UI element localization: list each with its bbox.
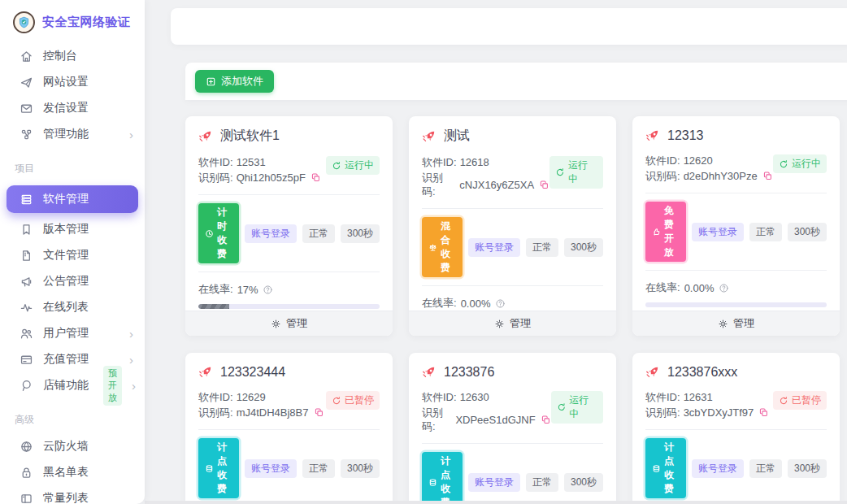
sidebar-item-label: 管理功能	[43, 127, 89, 141]
software-id-line: 软件ID:12531	[198, 155, 321, 169]
sidebar-item-label: 店铺功能	[43, 378, 89, 393]
sidebar-item-label: 版本管理	[43, 222, 89, 237]
online-rate-line: 在线率:17%	[198, 282, 380, 297]
sidebar-item-shop-functions[interactable]: 店铺功能预开放›	[0, 372, 145, 398]
gear-icon	[271, 319, 281, 329]
tag: 300秒	[564, 473, 603, 492]
free-billing-icon	[652, 228, 661, 237]
chevron-right-icon: ›	[129, 354, 133, 366]
copy-icon[interactable]	[311, 172, 321, 183]
status-label: 运行中	[569, 393, 597, 421]
tag: 账号登录	[245, 459, 297, 478]
users-icon	[20, 327, 33, 341]
tag: 正常	[526, 238, 558, 257]
sidebar-item-blacklist[interactable]: 黑名单表	[0, 459, 145, 485]
billing-badge: 计时收费	[198, 203, 239, 263]
globe-icon	[20, 440, 33, 454]
horizontal-scrollbar[interactable]	[145, 501, 847, 504]
manage-label: 管理	[510, 316, 531, 331]
tag: 300秒	[341, 224, 380, 243]
sidebar-section-label: 项目	[0, 147, 145, 182]
copy-icon[interactable]	[541, 415, 551, 425]
software-name: 1233876	[444, 365, 494, 380]
rocket-icon	[422, 128, 437, 144]
manage-button[interactable]: 管理	[185, 311, 393, 336]
sidebar-item-file-manage[interactable]: 文件管理	[0, 242, 145, 268]
status-badge: 运行中	[551, 391, 603, 424]
sidebar-item-software-manage[interactable]: 软件管理	[7, 185, 138, 213]
software-code-value: cNJX16y6Z5XA	[459, 178, 534, 192]
gear-icon	[718, 319, 728, 329]
help-icon[interactable]	[495, 298, 506, 309]
online-rate-value: 0.00%	[461, 298, 491, 310]
billing-label: 计点收费	[664, 441, 680, 496]
sidebar-item-constant-list[interactable]: 常量列表	[0, 485, 145, 504]
sidebar-item-version-manage[interactable]: 版本管理	[0, 216, 145, 242]
software-code-line: 识别码:XDPeeS1dGJNF	[422, 406, 551, 433]
rocket-icon	[422, 364, 437, 380]
app-logo: 安全宝网络验证	[0, 8, 145, 43]
preopen-badge: 预开放	[103, 366, 122, 406]
software-id-line: 软件ID:12629	[198, 390, 324, 404]
software-card: 12313 软件ID:12620 识别码:d2eDhhY30Pze 运行中	[632, 116, 840, 336]
billing-label: 混合收费	[441, 219, 456, 275]
status-label: 运行中	[345, 159, 374, 172]
manage-button[interactable]: 管理	[632, 311, 840, 336]
software-code-line: 识别码:Qhi12h05z5pF	[198, 171, 321, 185]
copy-icon[interactable]	[314, 407, 324, 418]
tag: 正常	[302, 459, 335, 478]
sidebar-item-site-settings[interactable]: 网站设置	[0, 69, 145, 95]
tag: 账号登录	[692, 223, 744, 241]
sidebar-item-label: 网站设置	[43, 75, 89, 89]
nodes-icon	[20, 128, 33, 141]
copy-icon[interactable]	[758, 407, 769, 418]
billing-label: 计时收费	[217, 206, 232, 261]
software-id-value: 12631	[684, 390, 713, 404]
bookmark-icon	[20, 223, 33, 237]
online-rate-value: 17%	[237, 284, 258, 296]
sidebar-item-online-list[interactable]: 在线列表	[0, 294, 145, 320]
rocket-icon	[198, 128, 214, 144]
software-code-value: XDPeeS1dGJNF	[455, 413, 535, 427]
balloon-icon	[20, 379, 33, 393]
software-list-icon	[20, 193, 33, 206]
software-code-value: 3cbYDXyJTf97	[684, 406, 754, 419]
chevron-right-icon: ›	[129, 328, 133, 340]
point-billing-icon	[428, 478, 437, 487]
sidebar-item-mail-settings[interactable]: 发信设置	[0, 95, 145, 121]
sidebar-item-user-manage[interactable]: 用户管理›	[0, 320, 145, 346]
manage-button[interactable]: 管理	[409, 311, 616, 336]
sidebar-item-recharge-manage[interactable]: 充值管理›	[0, 346, 145, 372]
software-id-value: 12620	[684, 154, 713, 167]
toolbar-panel: 添加软件	[185, 63, 847, 100]
chevron-right-icon: ›	[129, 128, 133, 141]
status-label: 已暂停	[792, 393, 821, 407]
online-rate-line: 在线率:0.00%	[422, 296, 603, 311]
point-billing-icon	[205, 464, 214, 473]
software-id-value: 12531	[237, 155, 266, 169]
help-icon[interactable]	[719, 283, 729, 293]
software-card: 1233876 软件ID:12630 识别码:XDPeeS1dGJNF 运行中	[409, 353, 616, 504]
online-rate-progressbar	[645, 302, 827, 307]
panel-icon	[20, 492, 33, 504]
sidebar-item-label: 控制台	[43, 49, 77, 63]
sidebar-item-manage-functions[interactable]: 管理功能›	[0, 121, 145, 147]
billing-label: 计点收费	[217, 441, 232, 496]
sidebar-item-notice-manage[interactable]: 公告管理	[0, 268, 145, 294]
status-label: 已暂停	[345, 393, 374, 407]
sidebar-item-console[interactable]: 控制台	[0, 43, 145, 69]
help-icon[interactable]	[263, 285, 273, 295]
add-software-button[interactable]: 添加软件	[195, 70, 274, 93]
sidebar-item-cloud-firewall[interactable]: 云防火墙	[0, 433, 145, 459]
tag: 账号登录	[468, 238, 520, 257]
tag: 300秒	[564, 238, 603, 257]
time-billing-icon	[205, 229, 214, 238]
copy-icon[interactable]	[539, 180, 549, 190]
copy-icon[interactable]	[762, 171, 773, 181]
billing-badge: 计点收费	[422, 452, 463, 504]
software-code-line: 识别码:mJ4tDH4Bj8B7	[198, 406, 324, 419]
mail-icon	[20, 102, 33, 115]
sidebar-item-label: 常量列表	[43, 491, 89, 504]
rocket-icon	[198, 364, 214, 380]
add-square-icon	[206, 76, 216, 87]
